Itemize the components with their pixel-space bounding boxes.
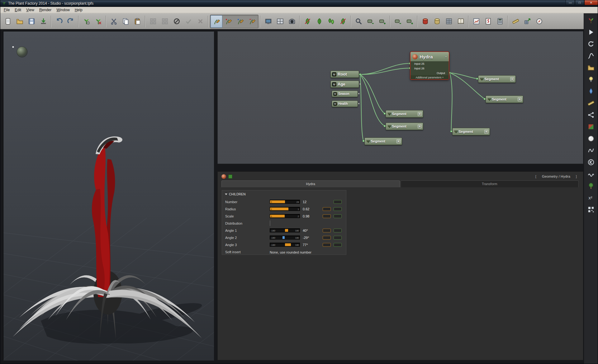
asset-library-icon[interactable] (586, 63, 596, 72)
branch-material-icon[interactable] (431, 15, 443, 28)
cancel-icon[interactable] (194, 15, 206, 28)
save-file-icon[interactable] (26, 15, 37, 28)
param-slider[interactable]: 02 (270, 214, 300, 218)
add-child-button[interactable]: + (418, 112, 422, 116)
redo-icon[interactable] (65, 15, 77, 28)
menu-view[interactable]: View (24, 7, 37, 13)
waveform-icon[interactable] (586, 146, 596, 155)
expand-all-nodes-icon[interactable] (404, 15, 415, 28)
refresh-icon[interactable] (586, 40, 596, 49)
library-icon[interactable] (455, 15, 467, 28)
node-graph-panel[interactable]: U Root U Age U Season U Health Hydra - I… (217, 31, 583, 164)
validate-icon[interactable] (183, 15, 194, 28)
node-hydra-selected[interactable]: Hydra - Input 25 Input 26 Output Additio… (410, 52, 449, 80)
render-play-icon[interactable] (586, 28, 596, 37)
hydra-input-row[interactable]: Input 26 (411, 66, 449, 71)
wind-icon[interactable] (586, 170, 596, 179)
tab-hydra[interactable]: Hydra (221, 180, 400, 187)
green-curve-box[interactable] (334, 200, 342, 204)
distribution-box[interactable] (270, 220, 270, 226)
node-segment-2[interactable]: Ψ Segment + (486, 96, 523, 103)
copy-icon[interactable] (120, 15, 131, 28)
ungroup-nodes-icon[interactable] (159, 15, 171, 28)
collapse-toggle[interactable]: - (445, 54, 447, 59)
param-slider[interactable]: -180180 (270, 236, 300, 240)
hydra-title-bar[interactable]: Hydra - (411, 52, 449, 61)
new-file-icon[interactable] (2, 15, 14, 28)
add-child-button[interactable]: + (510, 77, 514, 81)
formula-editor-icon[interactable]: x² (586, 193, 596, 202)
menu-window[interactable]: Window (54, 7, 72, 13)
collapse-node-icon[interactable] (364, 15, 376, 28)
collapse-all-nodes-icon[interactable] (392, 15, 404, 28)
node-segment-6[interactable]: Ψ Segment + (452, 128, 490, 135)
color-swatch-icon[interactable] (228, 175, 232, 179)
node-age[interactable]: U Age (330, 81, 359, 88)
tab-transform[interactable]: Transform (401, 180, 579, 187)
compare-view-icon[interactable] (274, 15, 286, 28)
measure-tool-icon[interactable] (586, 99, 596, 108)
node-health[interactable]: U Health (332, 100, 358, 107)
plant-brush-icon[interactable] (586, 16, 596, 25)
green-curve-box[interactable] (334, 207, 342, 211)
measure-icon[interactable] (510, 15, 521, 28)
node-segment-5[interactable]: Ψ Segment + (364, 138, 402, 145)
hide-leaves-icon[interactable] (301, 15, 313, 28)
statistics-icon[interactable] (494, 15, 506, 28)
node-segment-4[interactable]: Ψ Segment + (386, 123, 423, 130)
orange-curve-box[interactable] (323, 243, 331, 247)
trunk-material-icon[interactable] (419, 15, 431, 28)
menu-edit[interactable]: Edit (12, 7, 24, 13)
param-slider[interactable]: -180180 (270, 243, 300, 247)
node-segment-3[interactable]: Ψ Segment + (386, 110, 423, 118)
add-child-button[interactable]: + (484, 130, 488, 134)
keyframes-icon[interactable] (586, 158, 596, 167)
sphere-preview-icon[interactable] (586, 134, 596, 143)
green-curve-box[interactable] (334, 214, 342, 218)
node-season[interactable]: U Season (332, 91, 358, 97)
snapshot-icon[interactable] (286, 15, 298, 28)
plant-prune-icon[interactable] (92, 15, 104, 28)
vegetation-icon[interactable] (586, 181, 596, 190)
render-view-icon[interactable] (262, 15, 274, 28)
plant-settings-icon[interactable] (80, 15, 92, 28)
disable-node-icon[interactable] (171, 15, 183, 28)
hydra-output-row[interactable]: Output (411, 71, 449, 75)
show-leaves-icon[interactable] (313, 15, 325, 28)
orange-curve-box[interactable] (323, 236, 331, 240)
hydra-input-row[interactable]: Input 25 (411, 61, 449, 66)
menu-render[interactable]: Render (37, 7, 54, 13)
menu-help[interactable]: Help (72, 7, 85, 13)
paste-icon[interactable] (131, 15, 143, 28)
undo-icon[interactable] (53, 15, 65, 28)
orange-curve-box[interactable] (323, 207, 331, 211)
draw-marker-icon[interactable] (234, 15, 246, 28)
param-slider[interactable]: 01 (270, 207, 300, 211)
maximize-button[interactable]: □ (575, 0, 584, 5)
children-section-header[interactable]: CHILDREN (222, 190, 346, 196)
param-slider[interactable]: 024 (270, 200, 300, 204)
add-child-button[interactable]: + (418, 124, 422, 128)
graph-curve-icon[interactable] (586, 51, 596, 60)
menu-file[interactable]: File (1, 7, 12, 13)
orange-curve-box[interactable] (323, 214, 331, 218)
graph-editor-icon[interactable] (470, 15, 482, 28)
script-editor-icon[interactable] (482, 15, 494, 28)
param-slider[interactable]: -180180 (270, 228, 300, 232)
navigation-icon[interactable] (533, 15, 545, 28)
group-nodes-icon[interactable] (147, 15, 159, 28)
material-editor-icon[interactable] (586, 122, 596, 131)
draw-curve-icon[interactable] (246, 15, 258, 28)
leaf-groups-icon[interactable] (325, 15, 337, 28)
green-curve-box[interactable] (334, 243, 342, 247)
green-curve-box[interactable] (334, 229, 342, 232)
add-child-button[interactable]: + (518, 97, 522, 101)
texture-atlas-icon[interactable] (586, 205, 596, 214)
additional-parameters-button[interactable]: Additional parameters + (411, 75, 449, 79)
cut-icon[interactable] (108, 15, 120, 28)
draw-branch-free-icon[interactable] (222, 15, 234, 28)
minimize-button[interactable]: — (566, 0, 575, 5)
close-button[interactable]: ✕ (584, 0, 598, 5)
draw-branch-icon[interactable] (211, 15, 222, 28)
lighting-icon[interactable] (586, 75, 596, 84)
